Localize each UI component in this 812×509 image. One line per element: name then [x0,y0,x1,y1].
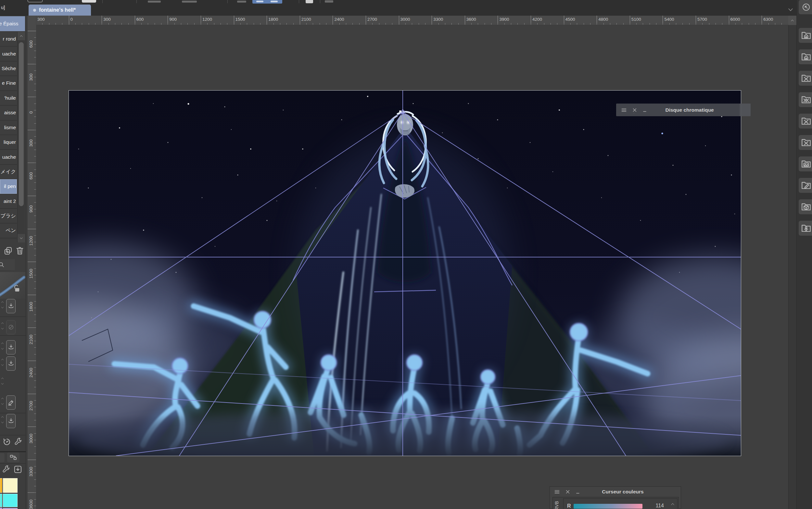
value-stepper[interactable] [0,415,5,424]
panel-minimize-icon[interactable] [642,107,648,113]
unsaved-dot-icon [33,9,36,12]
red-channel-value[interactable]: 114 [650,503,664,509]
brush-list-item[interactable]: ペン [0,223,17,238]
swatch-cream[interactable] [3,478,18,493]
toolbar-icon-partial[interactable] [325,0,333,3]
ruler-label: 5700 [697,17,707,22]
tab-active-document[interactable]: fontaine's hell* [29,5,91,15]
tab-overflow-chevron-icon[interactable] [787,6,794,13]
toolbar-icon-partial[interactable] [237,1,246,3]
timelapse-icon[interactable] [2,437,12,446]
swatch-edge-3[interactable] [0,508,2,509]
none-source-button[interactable] [6,320,15,334]
brush-list-item[interactable]: aisse [0,105,17,120]
material-folder-home-button[interactable] [799,49,812,64]
panel-menu-icon[interactable] [554,488,560,495]
swatch-cyan[interactable] [3,494,18,507]
import-source-button[interactable] [6,299,15,313]
brush-label: ブラシ [0,213,17,219]
sidebar-history-button[interactable] [799,0,812,14]
nib-source-button[interactable] [6,395,15,410]
brush-list-item[interactable]: liquer [0,135,17,150]
value-stepper-up-icon[interactable] [670,502,676,506]
brush-list-item[interactable]: 'huile [0,91,17,105]
brush-list-item[interactable]: Sèche [0,61,17,76]
wrench-icon[interactable] [14,437,23,446]
brush-list-item[interactable]: uache [0,150,17,164]
material-folder-x-button[interactable] [799,71,812,86]
import-source-button[interactable] [6,357,15,371]
brush-list-item[interactable]: lisme [0,121,17,135]
value-stepper[interactable] [0,300,5,309]
brush-list-item[interactable]: メイク [0,165,17,179]
import-source-button[interactable] [6,414,15,428]
scroll-up-button[interactable] [18,32,25,40]
brush-label: Sèche [2,66,17,71]
toolbar-button-active-pair[interactable] [252,0,282,4]
material-folder-home-button[interactable] [799,28,812,43]
ruler-label: 3300 [433,17,443,22]
brush-list-item[interactable]: uache [0,46,17,61]
material-folder-xx-button[interactable] [799,92,812,107]
material-folder-cube-button[interactable] [799,199,812,214]
lock-open-icon[interactable] [12,284,21,293]
swatch-edge-1[interactable] [0,478,2,493]
panel-curseur-couleurs[interactable]: Curseur couleurs RVB R 114 [550,486,681,509]
red-channel-slider[interactable] [574,504,643,509]
material-folder-pen-button[interactable] [799,178,812,193]
ruler-label: 6300 [763,17,773,22]
canvas-scroll-up-button[interactable] [788,15,797,25]
person-icon [805,227,808,232]
panel-disque-chromatique[interactable]: Disque chromatique [616,104,751,116]
brush-list-item[interactable]: ブラシ [0,209,17,223]
value-stepper[interactable] [0,377,5,386]
subtool-selected-item[interactable]: e Épaiss [0,16,25,31]
toolbar-icon-partial[interactable] [148,1,161,3]
rvb-tab[interactable]: RVB [554,501,559,509]
import-box-icon[interactable] [13,465,23,474]
artwork-canvas[interactable] [69,91,741,456]
toolbar-icon-partial[interactable] [182,1,197,3]
material-folder-person-button[interactable] [799,221,812,236]
material-folder-image-button[interactable] [799,157,812,171]
scroll-down-button[interactable] [18,234,25,242]
scrollbar-thumb[interactable] [19,42,24,206]
import-source-button[interactable] [6,340,15,354]
value-stepper[interactable] [0,321,5,331]
value-stepper[interactable] [0,397,5,406]
value-stepper[interactable] [0,341,5,350]
brush-list-scrollbar[interactable] [17,32,25,242]
panel-menu-icon[interactable] [621,107,627,113]
brush-list-item[interactable]: il pen [0,179,17,194]
canvas-vertical-scrollbar[interactable] [788,15,797,509]
trash-icon[interactable] [15,246,25,256]
toolbar-button-partial[interactable] [306,0,313,3]
subtool-detail-button-partial[interactable] [0,259,15,270]
panel-tab-partial[interactable] [0,453,5,462]
ruler-label: 300 [29,73,33,81]
panel-close-icon[interactable] [565,489,571,495]
x-icon [804,120,808,123]
value-stepper[interactable] [0,358,5,367]
material-folder-x-button[interactable] [799,135,812,150]
panel-title: Disque chromatique [665,107,714,113]
swatch-edge-2[interactable] [0,494,2,507]
panel-minimize-icon[interactable] [575,489,581,495]
x-icon [804,77,808,80]
brush-label: 'huile [4,95,17,101]
duplicate-subtool-icon[interactable] [3,246,13,256]
material-sidebar [797,0,812,509]
toolbar-button-partial[interactable] [28,0,42,2]
panel-close-icon[interactable] [632,107,638,113]
workspace-nodes-button[interactable] [7,452,20,462]
material-folder-x-button[interactable] [799,114,812,129]
none-icon [7,324,14,331]
toolbar-separator [299,0,299,3]
brush-list-item[interactable]: e Fine [0,76,17,91]
brush-label: r rond [3,36,17,42]
brush-list-item[interactable]: aint 2 [0,194,17,209]
toolbar-button-partial[interactable] [82,0,96,3]
ruler-label: 2400 [334,17,344,22]
brush-list-item[interactable]: r rond [0,32,17,46]
settings-wrench-icon[interactable] [2,465,11,474]
